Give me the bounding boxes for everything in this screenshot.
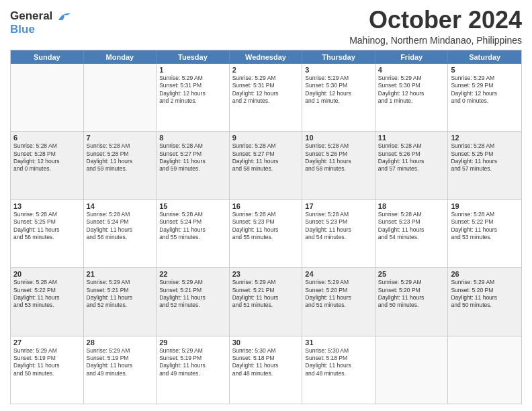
cell-info: Sunrise: 5:28 AMSunset: 5:23 PMDaylight:… [232, 211, 300, 242]
cell-info: Sunrise: 5:29 AMSunset: 5:29 PMDaylight:… [451, 75, 519, 105]
day-number: 5 [451, 66, 519, 74]
location: Mahinog, Northern Mindanao, Philippines [349, 35, 522, 46]
cell-info: Sunrise: 5:28 AMSunset: 5:27 PMDaylight:… [159, 142, 226, 173]
cell-info: Sunrise: 5:29 AMSunset: 5:20 PMDaylight:… [305, 279, 372, 310]
calendar-cell-3-4: 24Sunrise: 5:29 AMSunset: 5:20 PMDayligh… [302, 268, 375, 335]
calendar-cell-0-4: 3Sunrise: 5:29 AMSunset: 5:30 PMDaylight… [302, 64, 375, 131]
day-number: 30 [232, 338, 300, 347]
day-number: 3 [305, 66, 372, 74]
calendar-cell-2-1: 14Sunrise: 5:28 AMSunset: 5:24 PMDayligh… [84, 200, 157, 267]
calendar-header: SundayMondayTuesdayWednesdayThursdayFrid… [11, 50, 521, 64]
weekday-header-sunday: Sunday [11, 50, 84, 64]
day-number: 24 [305, 270, 372, 278]
cell-info: Sunrise: 5:29 AMSunset: 5:21 PMDaylight:… [232, 279, 300, 310]
day-number: 12 [451, 134, 519, 142]
cell-info: Sunrise: 5:29 AMSunset: 5:19 PMDaylight:… [13, 347, 81, 378]
day-number: 4 [378, 66, 445, 74]
calendar-cell-3-6: 26Sunrise: 5:29 AMSunset: 5:20 PMDayligh… [448, 268, 521, 335]
calendar-cell-2-6: 19Sunrise: 5:28 AMSunset: 5:22 PMDayligh… [448, 200, 521, 267]
weekday-header-tuesday: Tuesday [157, 50, 230, 64]
cell-info: Sunrise: 5:28 AMSunset: 5:26 PMDaylight:… [378, 142, 445, 173]
day-number: 19 [451, 202, 519, 210]
weekday-header-wednesday: Wednesday [230, 50, 303, 64]
day-number: 18 [378, 202, 445, 210]
cell-info: Sunrise: 5:28 AMSunset: 5:28 PMDaylight:… [13, 142, 81, 173]
calendar-cell-1-6: 12Sunrise: 5:28 AMSunset: 5:25 PMDayligh… [448, 132, 521, 199]
cell-info: Sunrise: 5:28 AMSunset: 5:23 PMDaylight:… [305, 211, 372, 242]
calendar-cell-3-1: 21Sunrise: 5:29 AMSunset: 5:21 PMDayligh… [84, 268, 157, 335]
cell-info: Sunrise: 5:29 AMSunset: 5:31 PMDaylight:… [159, 75, 226, 105]
calendar-cell-1-4: 10Sunrise: 5:28 AMSunset: 5:26 PMDayligh… [302, 132, 375, 199]
day-number: 22 [159, 270, 226, 278]
day-number: 15 [159, 202, 226, 210]
logo: General Blue [10, 9, 72, 36]
day-number: 11 [378, 134, 445, 142]
day-number: 28 [87, 338, 154, 347]
calendar-body: 1Sunrise: 5:29 AMSunset: 5:31 PMDaylight… [11, 64, 521, 404]
calendar-cell-0-3: 2Sunrise: 5:29 AMSunset: 5:31 PMDaylight… [230, 64, 303, 131]
cell-info: Sunrise: 5:30 AMSunset: 5:18 PMDaylight:… [305, 347, 372, 378]
day-number: 20 [13, 270, 81, 278]
cell-info: Sunrise: 5:28 AMSunset: 5:25 PMDaylight:… [13, 211, 81, 242]
calendar: SundayMondayTuesdayWednesdayThursdayFrid… [10, 50, 522, 404]
calendar-cell-2-3: 16Sunrise: 5:28 AMSunset: 5:23 PMDayligh… [230, 200, 303, 267]
calendar-row-1: 6Sunrise: 5:28 AMSunset: 5:28 PMDaylight… [11, 132, 521, 199]
calendar-cell-2-4: 17Sunrise: 5:28 AMSunset: 5:23 PMDayligh… [302, 200, 375, 267]
calendar-cell-4-6 [448, 336, 521, 404]
calendar-cell-1-0: 6Sunrise: 5:28 AMSunset: 5:28 PMDaylight… [11, 132, 84, 199]
calendar-cell-4-0: 27Sunrise: 5:29 AMSunset: 5:19 PMDayligh… [11, 336, 84, 404]
cell-info: Sunrise: 5:29 AMSunset: 5:19 PMDaylight:… [87, 347, 154, 378]
cell-info: Sunrise: 5:29 AMSunset: 5:20 PMDaylight:… [451, 279, 519, 310]
cell-info: Sunrise: 5:28 AMSunset: 5:27 PMDaylight:… [232, 142, 300, 173]
cell-info: Sunrise: 5:29 AMSunset: 5:21 PMDaylight:… [87, 279, 154, 310]
day-number: 6 [13, 134, 81, 142]
page: General Blue October 2024 Mahinog, North… [0, 0, 532, 411]
calendar-cell-4-5 [375, 336, 449, 404]
calendar-cell-4-2: 29Sunrise: 5:29 AMSunset: 5:19 PMDayligh… [157, 336, 230, 404]
weekday-header-thursday: Thursday [302, 50, 375, 64]
day-number: 23 [232, 270, 300, 278]
cell-info: Sunrise: 5:29 AMSunset: 5:20 PMDaylight:… [378, 279, 445, 310]
calendar-cell-3-5: 25Sunrise: 5:29 AMSunset: 5:20 PMDayligh… [375, 268, 449, 335]
day-number: 10 [305, 134, 372, 142]
weekday-header-saturday: Saturday [448, 50, 521, 64]
cell-info: Sunrise: 5:30 AMSunset: 5:18 PMDaylight:… [232, 347, 300, 378]
calendar-cell-3-2: 22Sunrise: 5:29 AMSunset: 5:21 PMDayligh… [157, 268, 230, 335]
day-number: 14 [87, 202, 154, 210]
day-number: 29 [159, 338, 226, 347]
calendar-cell-2-5: 18Sunrise: 5:28 AMSunset: 5:23 PMDayligh… [375, 200, 449, 267]
calendar-cell-2-2: 15Sunrise: 5:28 AMSunset: 5:24 PMDayligh… [157, 200, 230, 267]
calendar-cell-4-1: 28Sunrise: 5:29 AMSunset: 5:19 PMDayligh… [84, 336, 157, 404]
calendar-cell-4-4: 31Sunrise: 5:30 AMSunset: 5:18 PMDayligh… [302, 336, 375, 404]
cell-info: Sunrise: 5:28 AMSunset: 5:26 PMDaylight:… [305, 142, 372, 173]
calendar-cell-3-3: 23Sunrise: 5:29 AMSunset: 5:21 PMDayligh… [230, 268, 303, 335]
weekday-header-friday: Friday [375, 50, 449, 64]
calendar-cell-1-5: 11Sunrise: 5:28 AMSunset: 5:26 PMDayligh… [375, 132, 449, 199]
cell-info: Sunrise: 5:28 AMSunset: 5:25 PMDaylight:… [451, 142, 519, 173]
calendar-cell-1-1: 7Sunrise: 5:28 AMSunset: 5:28 PMDaylight… [84, 132, 157, 199]
day-number: 2 [232, 66, 300, 74]
calendar-row-3: 20Sunrise: 5:28 AMSunset: 5:22 PMDayligh… [11, 268, 521, 336]
cell-info: Sunrise: 5:28 AMSunset: 5:24 PMDaylight:… [87, 211, 154, 242]
calendar-cell-0-0 [11, 64, 84, 131]
calendar-row-0: 1Sunrise: 5:29 AMSunset: 5:31 PMDaylight… [11, 64, 521, 132]
day-number: 8 [159, 134, 226, 142]
logo-bird-icon [57, 11, 72, 23]
calendar-cell-1-3: 9Sunrise: 5:28 AMSunset: 5:27 PMDaylight… [230, 132, 303, 199]
calendar-cell-0-1 [84, 64, 157, 131]
cell-info: Sunrise: 5:29 AMSunset: 5:21 PMDaylight:… [159, 279, 226, 310]
day-number: 27 [13, 338, 81, 347]
calendar-cell-0-2: 1Sunrise: 5:29 AMSunset: 5:31 PMDaylight… [157, 64, 230, 131]
cell-info: Sunrise: 5:28 AMSunset: 5:23 PMDaylight:… [378, 211, 445, 242]
cell-info: Sunrise: 5:28 AMSunset: 5:28 PMDaylight:… [87, 142, 154, 173]
calendar-cell-1-2: 8Sunrise: 5:28 AMSunset: 5:27 PMDaylight… [157, 132, 230, 199]
logo-line1: General [10, 9, 72, 23]
cell-info: Sunrise: 5:29 AMSunset: 5:30 PMDaylight:… [378, 75, 445, 105]
cell-info: Sunrise: 5:28 AMSunset: 5:24 PMDaylight:… [159, 211, 226, 242]
calendar-cell-0-5: 4Sunrise: 5:29 AMSunset: 5:30 PMDaylight… [375, 64, 449, 131]
day-number: 13 [13, 202, 81, 210]
day-number: 31 [305, 338, 372, 347]
cell-info: Sunrise: 5:28 AMSunset: 5:22 PMDaylight:… [13, 279, 81, 310]
day-number: 25 [378, 270, 445, 278]
calendar-cell-3-0: 20Sunrise: 5:28 AMSunset: 5:22 PMDayligh… [11, 268, 84, 335]
